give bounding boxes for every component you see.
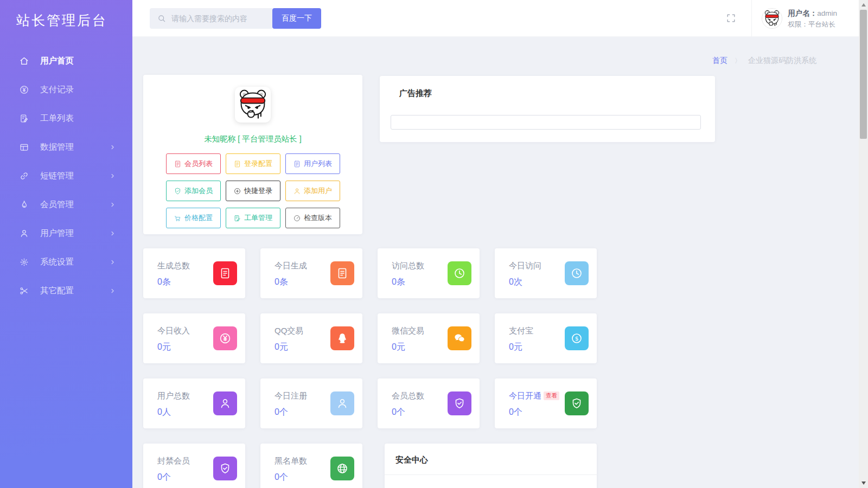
profile-action-button[interactable]: 添加用户 xyxy=(285,181,340,201)
topbar: 百度一下 用户名：admin 权限：平台站长 xyxy=(132,0,859,37)
baidu-search-button[interactable]: 百度一下 xyxy=(272,8,321,29)
plus-circle-icon xyxy=(233,187,241,195)
dollar-circle-icon: $ xyxy=(565,326,589,350)
sidebar-item[interactable]: 支付记录 xyxy=(0,75,132,104)
chevron-right-icon xyxy=(109,259,116,266)
sidebar-item-label: 短链管理 xyxy=(40,170,74,182)
sidebar-item[interactable]: 用户首页 xyxy=(0,47,132,75)
stat-card: 今日收入 0元 xyxy=(143,313,245,363)
search-icon xyxy=(157,14,167,23)
chevron-right-icon xyxy=(109,144,116,151)
stat-title: QQ交易 xyxy=(275,326,303,335)
user-icon xyxy=(19,228,29,239)
stat-card: 支付宝 0元 $ xyxy=(495,313,597,363)
stat-title: 会员总数 xyxy=(392,391,424,400)
yen-circle-icon xyxy=(213,326,237,350)
stat-card: QQ交易 0元 xyxy=(260,313,362,363)
profile-action-button[interactable]: 价格配置 xyxy=(166,208,221,228)
scrollbar-thumb[interactable] xyxy=(860,10,867,139)
sidebar-item[interactable]: 其它配置 xyxy=(0,277,132,305)
sidebar-item[interactable]: 会员管理 xyxy=(0,190,132,219)
search-field xyxy=(150,8,272,29)
profile-action-button[interactable]: 登录配置 xyxy=(226,153,280,174)
page-scrollbar[interactable] xyxy=(859,0,868,488)
ad-card-title: 广告推荐 xyxy=(380,76,715,99)
user-avatar xyxy=(762,8,782,29)
stat-card: 用户总数 0人 xyxy=(143,378,245,428)
profile-action-button[interactable]: 检查版本 xyxy=(285,208,340,228)
sidebar-item[interactable]: 数据管理 xyxy=(0,133,132,162)
scroll-up-arrow[interactable] xyxy=(859,1,868,9)
sidebar-item-label: 用户首页 xyxy=(40,55,74,67)
chevron-right-icon xyxy=(109,230,116,237)
clock-icon xyxy=(565,261,589,285)
security-card-title: 安全中心 xyxy=(385,444,597,475)
shield-check-icon xyxy=(448,391,471,415)
breadcrumb-separator: 〉 xyxy=(735,56,741,66)
stat-card: 生成总数 0条 xyxy=(143,248,245,298)
cart-icon xyxy=(174,214,182,222)
flame-icon xyxy=(19,200,29,210)
profile-action-button[interactable]: 工单管理 xyxy=(226,208,280,228)
user-role: 平台站长 xyxy=(808,21,835,28)
stat-card: 会员总数 0个 xyxy=(378,378,480,428)
sidebar-item-label: 数据管理 xyxy=(40,142,74,153)
user-menu[interactable]: 用户名：admin 权限：平台站长 xyxy=(751,0,859,36)
profile-actions: 会员列表 登录配置 用户列表 添加会员 快捷登录 添加用户 价格配置 工单管理 … xyxy=(143,153,362,228)
qq-icon xyxy=(330,326,354,350)
file-text-icon xyxy=(233,160,241,168)
profile-action-button[interactable]: 用户列表 xyxy=(285,153,340,174)
stat-title: 黑名单数 xyxy=(275,456,307,465)
stat-view-badge[interactable]: 查看 xyxy=(544,391,559,400)
stat-card: 黑名单数 0个 xyxy=(260,444,362,488)
search-input[interactable] xyxy=(171,14,267,23)
sidebar-item[interactable]: 系统设置 xyxy=(0,248,132,277)
chevron-right-icon xyxy=(109,201,116,208)
breadcrumb: 首页 〉 企业猫源码防洪系统 xyxy=(712,56,816,66)
file-text-icon xyxy=(174,160,182,168)
sidebar-item[interactable]: 短链管理 xyxy=(0,162,132,190)
ad-card: 广告推荐 xyxy=(380,76,715,142)
fullscreen-icon[interactable] xyxy=(726,13,736,23)
doc-pen-icon xyxy=(233,214,241,222)
sidebar-item-label: 其它配置 xyxy=(40,285,74,297)
clock-icon xyxy=(448,261,471,285)
profile-action-button[interactable]: 快捷登录 xyxy=(226,181,280,201)
stat-title: 封禁会员 xyxy=(157,456,190,465)
user-name: admin xyxy=(817,9,837,17)
stat-card: 今日生成 0条 xyxy=(260,248,362,298)
scroll-down-arrow[interactable] xyxy=(859,479,868,487)
stat-title: 今日访问 xyxy=(509,261,541,270)
app-logo: 站长管理后台 xyxy=(0,0,132,38)
profile-action-label: 会员列表 xyxy=(184,159,213,169)
table-icon xyxy=(19,142,29,152)
shield-check-icon xyxy=(213,457,237,480)
globe-icon xyxy=(330,457,354,480)
sidebar-item[interactable]: 用户管理 xyxy=(0,219,132,248)
user-role-row: 权限：平台站长 xyxy=(788,20,837,30)
sidebar-item-label: 系统设置 xyxy=(40,256,74,268)
sidebar-item[interactable]: 工单列表 xyxy=(0,104,132,133)
shield-check-icon xyxy=(565,391,589,415)
profile-action-label: 用户列表 xyxy=(304,159,332,169)
home-icon xyxy=(19,56,29,66)
profile-action-label: 价格配置 xyxy=(184,213,213,223)
file-text-icon xyxy=(330,261,354,285)
profile-action-label: 检查版本 xyxy=(304,213,332,223)
gauge-icon xyxy=(293,214,301,222)
chevron-right-icon xyxy=(109,172,116,179)
stat-title: 今日收入 xyxy=(157,326,190,335)
user-name-row: 用户名：admin xyxy=(788,7,837,20)
ad-input[interactable] xyxy=(391,115,701,130)
user-icon xyxy=(330,391,354,415)
stat-title: 今日开通 xyxy=(509,391,541,400)
gear-icon xyxy=(19,257,29,267)
profile-action-button[interactable]: 添加会员 xyxy=(166,181,221,201)
breadcrumb-home-link[interactable]: 首页 xyxy=(712,56,727,66)
file-text-icon xyxy=(293,160,301,168)
search-box: 百度一下 xyxy=(150,8,321,29)
profile-nickname: 未知昵称 [ 平台管理员站长 ] xyxy=(143,134,362,144)
topbar-right: 用户名：admin 权限：平台站长 xyxy=(726,0,859,36)
stat-card: 今日访问 0次 xyxy=(495,248,597,298)
profile-action-button[interactable]: 会员列表 xyxy=(166,153,221,174)
